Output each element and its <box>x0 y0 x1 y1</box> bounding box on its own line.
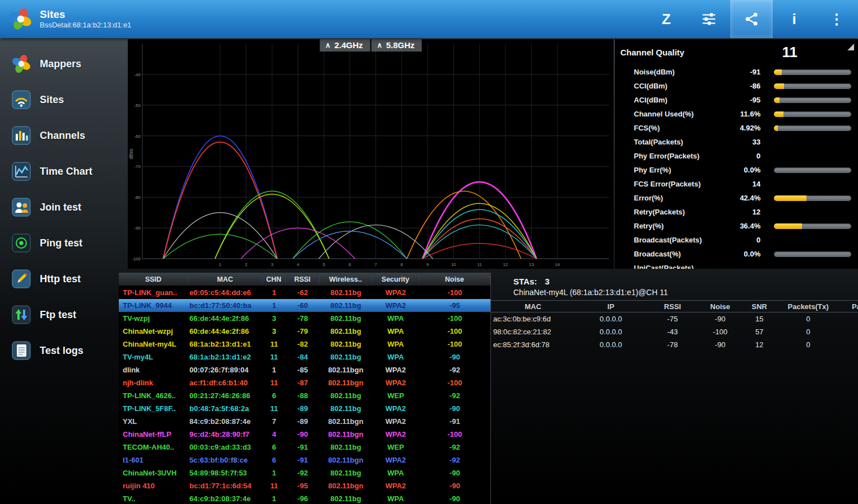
station-column-header: Packets(Tx) <box>777 301 840 312</box>
network-row-tv-wzpj[interactable]: TV-wzpj66:de:44:4e:2f:863-78802.11bgWPA-… <box>119 312 490 325</box>
spectrum-chart[interactable]: 1234567891011121314-40-50-60-70-80-90-10… <box>128 39 614 269</box>
network-row-tv-my4l[interactable]: TV-my4L68:1a:b2:13:d1:e211-84802.11bgWPA… <box>119 351 490 363</box>
svg-text:-50: -50 <box>134 103 141 108</box>
network-row-chinanet-3uvh[interactable]: ChinaNet-3UVH54:89:98:5f:7f:531-92802.11… <box>119 466 490 479</box>
stat-value: -91 <box>719 68 760 76</box>
network-row-chinanet-my4l[interactable]: ChinaNet-my4L68:1a:b2:13:d1:e111-82802.1… <box>119 338 490 351</box>
network-chn: 11 <box>262 351 286 363</box>
network-ssid: TV-my4L <box>119 351 188 363</box>
network-row-yxl[interactable]: YXL84:c9:b2:08:87:4e7-89802.11bgnWPA2-91 <box>119 415 490 428</box>
svg-text:11: 11 <box>477 262 482 267</box>
station-tx: 0 <box>777 338 840 351</box>
sidebar-item-ping-test[interactable]: Ping test <box>0 225 119 261</box>
network-noise: -100 <box>419 286 490 299</box>
stas-label: STAs: <box>513 277 537 286</box>
network-chn: 1 <box>262 492 286 504</box>
network-mac: 68:1a:b2:13:d1:e1 <box>188 338 262 351</box>
spectrum-panel: 1234567891011121314-40-50-60-70-80-90-10… <box>128 39 614 269</box>
network-rssi: -85 <box>286 363 319 376</box>
sidebar-item-time-chart[interactable]: Time Chart <box>0 153 119 189</box>
sort-z-button[interactable]: Z <box>645 0 688 38</box>
station-column-header: MAC <box>491 301 575 312</box>
sidebar-item-ftp-test[interactable]: Ftp test <box>0 297 119 333</box>
network-mac: 00:03:c9:ad:33:d3 <box>188 441 262 454</box>
svg-text:9: 9 <box>426 262 429 267</box>
network-row-tecom-ah40[interactable]: TECOM-AH40..00:03:c9:ad:33:d36-91802.11b… <box>119 441 490 454</box>
sidebar-item-sites[interactable]: Sites <box>0 82 119 118</box>
network-row-dlink[interactable]: dlink00:07:26:7f:89:041-85802.11bgnWPA2-… <box>119 363 490 376</box>
stat-value: 11.6% <box>719 110 760 118</box>
station-row[interactable]: ac:3c:0b:be:c9:6d0.0.0.0-75-90150 <box>491 312 858 325</box>
action-bar: Sites BssDetail:68:1a:b2:13:d1:e1 Zi⋮ <box>0 0 858 38</box>
station-mac: ac:3c:0b:be:c9:6d <box>491 312 575 325</box>
resize-corner-icon[interactable] <box>847 43 855 51</box>
network-row-tp-link-4626[interactable]: TP-LINK_4626..00:21:27:46:26:866-88802.1… <box>119 389 490 402</box>
svg-text:-60: -60 <box>134 134 141 139</box>
network-row-chinanet-wzpj[interactable]: ChinaNet-wzpj60:de:44:4e:2f:863-79802.11… <box>119 325 490 338</box>
station-mac: ec:85:2f:3d:6d:78 <box>491 338 575 351</box>
sidebar-item-mappers[interactable]: Mappers <box>0 46 119 82</box>
network-row-i1-601[interactable]: I1-6015c:63:bf:b0:f8:ce6-91802.11bgnWPA2… <box>119 454 490 466</box>
overflow-button[interactable]: ⋮ <box>815 0 858 38</box>
channels-icon <box>11 125 31 146</box>
station-tx: 0 <box>777 325 840 338</box>
stat-label: Broadcast(%) <box>634 250 719 258</box>
network-noise: -90 <box>419 351 490 363</box>
svg-text:1: 1 <box>219 262 222 267</box>
network-ssid: TP-LINK_guan.. <box>119 286 188 299</box>
network-security: WPA2 <box>372 415 419 428</box>
stat-row-total-packets: Total(Packets)33 <box>615 135 858 149</box>
stat-value: 0 <box>719 152 760 160</box>
ftp-icon <box>11 305 31 325</box>
tune-button[interactable] <box>688 0 730 38</box>
sidebar-item-http-test[interactable]: Http test <box>0 261 119 297</box>
network-mac: bc:d1:77:1c:6d:54 <box>188 479 262 492</box>
stat-bar <box>774 167 851 173</box>
band-button-5-8ghz[interactable]: ∧5.8GHz <box>372 39 422 52</box>
stat-label: Noise(dBm) <box>634 68 719 76</box>
network-column-header: SSID <box>119 276 188 283</box>
network-ssid: I1-601 <box>119 454 188 466</box>
sort-z-icon: Z <box>662 11 671 28</box>
network-row-chinanet-fflp[interactable]: ChinaNet-ffLP9c:d2:4b:28:90:f74-90802.11… <box>119 428 490 441</box>
network-ssid: ruijin 410 <box>119 479 188 492</box>
network-row-tv[interactable]: TV..64:c9:b2:08:37:4e1-96802.11bgWPA-90 <box>119 492 490 504</box>
network-row-ruijin-410[interactable]: ruijin 410bc:d1:77:1c:6d:5411-95802.11bg… <box>119 479 490 492</box>
sidebar-item-channels[interactable]: Channels <box>0 118 119 153</box>
stat-row-error: Error(%)42.4% <box>615 191 858 205</box>
network-wireless: 802.11bgn <box>319 415 372 428</box>
station-row[interactable]: 98:0c:82:ce:21:820.0.0.0-43-100570 <box>491 325 858 338</box>
svg-text:10: 10 <box>451 262 456 267</box>
network-security: WPA <box>372 466 419 479</box>
svg-text:5: 5 <box>323 262 326 267</box>
sidebar-item-label: Channels <box>40 130 85 142</box>
network-wireless: 802.11bg <box>319 312 372 325</box>
stat-label: UniCast(Packets) <box>634 264 719 269</box>
network-row-njh-dlink[interactable]: njh-dlinkac:f1:df:c6:b1:4011-87802.11bgn… <box>119 376 490 389</box>
network-row-tp-link-guan[interactable]: TP-LINK_guan..e0:05:c5:44:dd:e61-62802.1… <box>119 286 490 299</box>
network-row-tp-link-9944[interactable]: TP-LINK_9944bc:d1:77:50:40:ba1-60802.11b… <box>119 299 490 312</box>
share-button[interactable] <box>730 0 773 38</box>
station-row[interactable]: ec:85:2f:3d:6d:780.0.0.0-78-90120 <box>491 338 858 351</box>
network-mac: 60:de:44:4e:2f:86 <box>188 325 262 338</box>
stat-row-broadcast-packets: Broadcast(Packets)0 <box>615 233 858 247</box>
network-noise: -100 <box>419 428 490 441</box>
network-mac: 68:1a:b2:13:d1:e2 <box>188 351 262 363</box>
sidebar-item-join-test[interactable]: Join test <box>0 189 119 225</box>
svg-text:3: 3 <box>271 262 273 267</box>
network-mac: 9c:d2:4b:28:90:f7 <box>188 428 262 441</box>
info-button[interactable]: i <box>773 0 815 38</box>
svg-text:8: 8 <box>401 262 404 267</box>
stat-row-retry-packets: Retry(Packets)12 <box>615 205 858 219</box>
network-row-tp-link-5f8f[interactable]: TP-LINK_5F8F..b0:48:7a:5f:68:2a11-89802.… <box>119 402 490 415</box>
sidebar-item-test-logs[interactable]: Test logs <box>0 333 119 368</box>
band-button-2-4ghz[interactable]: ∧2.4GHz <box>319 39 370 52</box>
sidebar-item-label: Ping test <box>40 237 82 249</box>
stat-label: Total(Packets) <box>634 138 719 146</box>
stat-row-noise-dbm: Noise(dBm)-91 <box>615 65 858 79</box>
stat-row-aci-dbm: ACI(dBm)-95 <box>615 93 858 107</box>
network-rssi: -84 <box>286 351 319 363</box>
actionbar-actions: Zi⋮ <box>645 0 858 38</box>
spectrum-svg: 1234567891011121314-40-50-60-70-80-90-10… <box>128 39 614 269</box>
network-chn: 6 <box>262 454 286 466</box>
